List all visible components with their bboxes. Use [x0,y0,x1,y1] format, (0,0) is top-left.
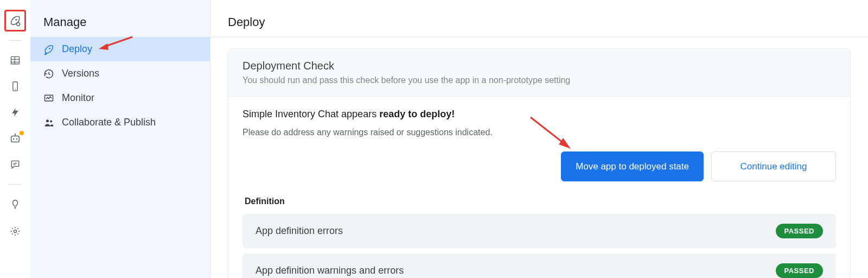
svg-point-0 [15,19,17,21]
monitor-icon [43,93,54,104]
sidebar-item-label: Monitor [62,92,94,104]
table-icon [10,55,21,66]
svg-point-9 [14,230,16,233]
bot-icon [9,132,21,144]
side-nav: Manage Deploy Versions Monitor Collabora… [30,0,210,278]
gear-icon [10,226,21,237]
rail-chat[interactable] [4,154,26,175]
history-icon [43,68,54,79]
rail-divider [9,184,22,185]
check-label: App definition warnings and errors [256,265,404,276]
move-to-deployed-button[interactable]: Move app to deployed state [561,151,704,181]
side-nav-header: Manage [30,0,210,37]
sidebar-item-collaborate[interactable]: Collaborate & Publish [30,110,210,135]
phone-icon [10,81,21,92]
chat-icon [10,159,21,170]
rail-device[interactable] [4,75,26,97]
svg-point-6 [12,138,14,140]
check-row[interactable]: App definition errors PASSED [242,214,836,248]
page-title: Deploy [210,0,868,37]
continue-editing-button[interactable]: Continue editing [711,151,836,181]
icon-rail [0,0,30,278]
main-area: Deploy Deployment Check You should run a… [210,0,868,278]
sidebar-item-deploy[interactable]: Deploy [30,37,210,61]
card-subtitle: You should run and pass this check befor… [242,75,836,85]
svg-point-7 [16,138,17,140]
passed-badge: PASSED [776,263,824,278]
rail-bot[interactable] [4,128,26,149]
deployment-check-card: Deployment Check You should run and pass… [228,48,851,278]
rail-bolt[interactable] [4,102,26,123]
notification-dot [20,131,24,135]
rail-data[interactable] [4,49,26,71]
check-row[interactable]: App definition warnings and errors PASSE… [242,254,836,278]
status-bold: ready to deploy! [379,109,455,119]
sidebar-item-label: Deploy [62,43,92,55]
sidebar-item-monitor[interactable]: Monitor [30,86,210,110]
deploy-warning-line: Please do address any warnings raised or… [242,128,836,137]
collaborate-icon [43,117,54,128]
deploy-status-line: Simple Inventory Chat appears ready to d… [242,109,836,120]
status-prefix: Simple Inventory Chat appears [242,109,379,119]
definition-section-title: Definition [245,197,836,206]
passed-badge: PASSED [776,224,824,238]
svg-point-13 [50,120,52,122]
svg-point-1 [16,22,20,26]
rocket-settings-icon [9,15,21,27]
sidebar-item-label: Versions [62,68,99,79]
svg-point-4 [15,89,16,90]
svg-rect-2 [11,56,19,64]
check-label: App definition errors [256,225,343,237]
sidebar-item-versions[interactable]: Versions [30,61,210,86]
rail-idea[interactable] [4,193,26,215]
bolt-icon [10,107,21,118]
svg-point-10 [49,48,50,49]
rail-divider [9,40,22,41]
rail-manage[interactable] [4,10,26,31]
card-title: Deployment Check [242,60,836,72]
rocket-icon [43,44,54,55]
svg-point-12 [46,119,49,122]
sidebar-item-label: Collaborate & Publish [62,117,156,128]
rail-settings[interactable] [4,220,26,242]
svg-point-8 [14,134,15,135]
svg-rect-5 [11,136,19,142]
lightbulb-icon [10,199,21,210]
